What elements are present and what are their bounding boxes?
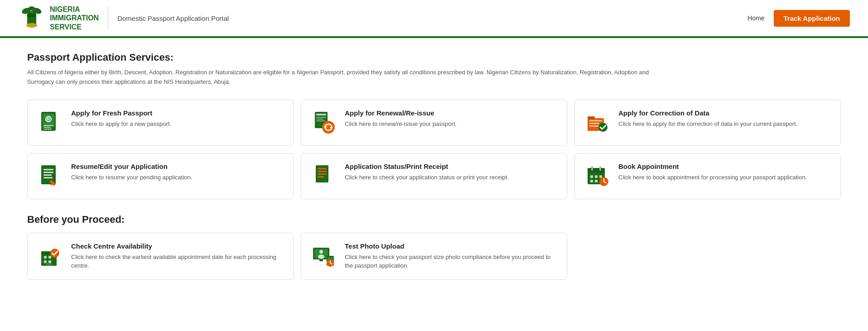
- svg-rect-29: [43, 169, 53, 170]
- svg-rect-11: [43, 125, 53, 126]
- svg-rect-58: [46, 263, 52, 266]
- svg-rect-37: [318, 171, 327, 172]
- fresh-passport-text: Apply for Fresh Passport Click here to a…: [71, 109, 171, 129]
- svg-rect-32: [43, 177, 53, 178]
- photo-upload-desc: Click here to check your passport size p…: [345, 253, 558, 270]
- svg-rect-36: [318, 168, 327, 169]
- correction-icon: [584, 109, 611, 136]
- before-section-title: Before you Proceed:: [27, 214, 841, 225]
- svg-rect-43: [599, 166, 601, 171]
- centre-availability-desc: Click here to check the earliest availab…: [71, 253, 284, 270]
- appointment-title: Book Appointment: [618, 163, 807, 170]
- resume-icon: [37, 163, 64, 190]
- photo-upload-title: Test Photo Upload: [345, 242, 558, 250]
- svg-rect-38: [318, 173, 327, 175]
- svg-rect-12: [43, 127, 51, 128]
- page-title: Passport Application Services:: [27, 52, 841, 63]
- correction-title: Apply for Correction of Data: [618, 109, 797, 117]
- svg-rect-4: [27, 14, 36, 17]
- svg-rect-56: [44, 260, 47, 263]
- status-icon: [310, 163, 338, 190]
- section-description: All Citizens of Nigeria either by Birth,…: [27, 68, 661, 87]
- svg-rect-19: [316, 119, 323, 120]
- renewal-card[interactable]: Apply for Renewal/Re-issue Click here to…: [301, 100, 567, 146]
- header: 🦅 NIGERIA IMMIGRATION SERVICE Domestic P…: [0, 0, 868, 38]
- svg-rect-45: [595, 175, 598, 178]
- correction-desc: Click here to apply for the correction o…: [618, 120, 797, 129]
- fresh-passport-card[interactable]: 🌐 Apply for Fresh Passport Click here to…: [27, 100, 294, 146]
- home-link[interactable]: Home: [747, 14, 764, 22]
- svg-rect-30: [43, 172, 53, 173]
- svg-point-63: [318, 254, 324, 259]
- service-cards-grid: 🌐 Apply for Fresh Passport Click here to…: [27, 100, 841, 199]
- svg-rect-44: [590, 175, 593, 178]
- photo-upload-text: Test Photo Upload Click here to check yo…: [345, 242, 558, 270]
- svg-point-21: [322, 121, 335, 134]
- correction-text: Apply for Correction of Data Click here …: [618, 109, 797, 129]
- centre-availability-title: Check Centre Availability: [71, 242, 284, 250]
- svg-text:🌐: 🌐: [48, 118, 51, 121]
- appointment-card[interactable]: Book Appointment Click here to book appo…: [574, 153, 841, 199]
- status-text: Application Status/Print Receipt Click h…: [345, 163, 509, 182]
- svg-rect-17: [316, 114, 326, 115]
- svg-rect-42: [591, 166, 593, 171]
- status-card[interactable]: Application Status/Print Receipt Click h…: [301, 153, 567, 199]
- svg-rect-47: [590, 180, 593, 182]
- svg-rect-20: [316, 120, 325, 121]
- status-title: Application Status/Print Receipt: [345, 163, 509, 170]
- logo-area: 🦅 NIGERIA IMMIGRATION SERVICE: [18, 5, 99, 32]
- svg-rect-55: [48, 256, 51, 259]
- fresh-passport-desc: Click here to apply for a new passport.: [71, 120, 171, 129]
- svg-rect-13: [43, 129, 52, 130]
- svg-point-62: [319, 250, 323, 254]
- svg-rect-57: [48, 260, 51, 263]
- resume-desc: Click here to resume your pending applic…: [71, 173, 192, 182]
- renewal-desc: Click here to renew/re-issue your passpo…: [345, 120, 457, 129]
- fresh-passport-icon: 🌐: [37, 109, 64, 136]
- svg-rect-64: [319, 259, 323, 261]
- svg-rect-18: [316, 117, 326, 118]
- track-application-button[interactable]: Track Application: [774, 10, 850, 27]
- portal-title: Domestic Passport Application Portal: [117, 14, 229, 22]
- resume-title: Resume/Edit your Application: [71, 163, 192, 170]
- main-content: Passport Application Services: All Citiz…: [0, 38, 868, 298]
- appointment-icon: [584, 163, 611, 190]
- fresh-passport-title: Apply for Fresh Passport: [71, 109, 171, 117]
- centre-availability-card[interactable]: Check Centre Availability Click here to …: [27, 233, 294, 280]
- svg-rect-46: [599, 175, 602, 178]
- svg-rect-41: [588, 168, 605, 173]
- svg-text:🦅: 🦅: [29, 8, 34, 13]
- centre-availability-text: Check Centre Availability Click here to …: [71, 242, 284, 270]
- before-cards-grid: Check Centre Availability Click here to …: [27, 233, 841, 280]
- svg-rect-48: [595, 180, 598, 182]
- svg-rect-25: [589, 123, 599, 124]
- nis-logo-icon: 🦅: [18, 5, 45, 32]
- header-nav: Home Track Application: [747, 10, 850, 27]
- renewal-title: Apply for Renewal/Re-issue: [345, 109, 457, 117]
- svg-rect-39: [318, 176, 324, 177]
- svg-rect-31: [43, 174, 52, 176]
- photo-upload-card[interactable]: Test Photo Upload Click here to check yo…: [301, 233, 567, 280]
- header-divider: [108, 7, 108, 29]
- svg-rect-24: [589, 120, 602, 121]
- centre-icon: [37, 242, 64, 269]
- svg-rect-54: [44, 256, 47, 259]
- svg-point-5: [26, 23, 37, 28]
- photo-icon: [310, 242, 338, 269]
- status-desc: Click here to check your application sta…: [345, 173, 509, 182]
- resume-card[interactable]: Resume/Edit your Application Click here …: [27, 153, 294, 199]
- appointment-text: Book Appointment Click here to book appo…: [618, 163, 807, 182]
- resume-text: Resume/Edit your Application Click here …: [71, 163, 192, 182]
- svg-rect-23: [588, 116, 595, 119]
- appointment-desc: Click here to book appointment for proce…: [618, 173, 807, 182]
- renewal-icon: [310, 109, 338, 136]
- correction-card[interactable]: Apply for Correction of Data Click here …: [574, 100, 841, 146]
- renewal-text: Apply for Renewal/Re-issue Click here to…: [345, 109, 457, 129]
- logo-text: NIGERIA IMMIGRATION SERVICE: [50, 5, 99, 31]
